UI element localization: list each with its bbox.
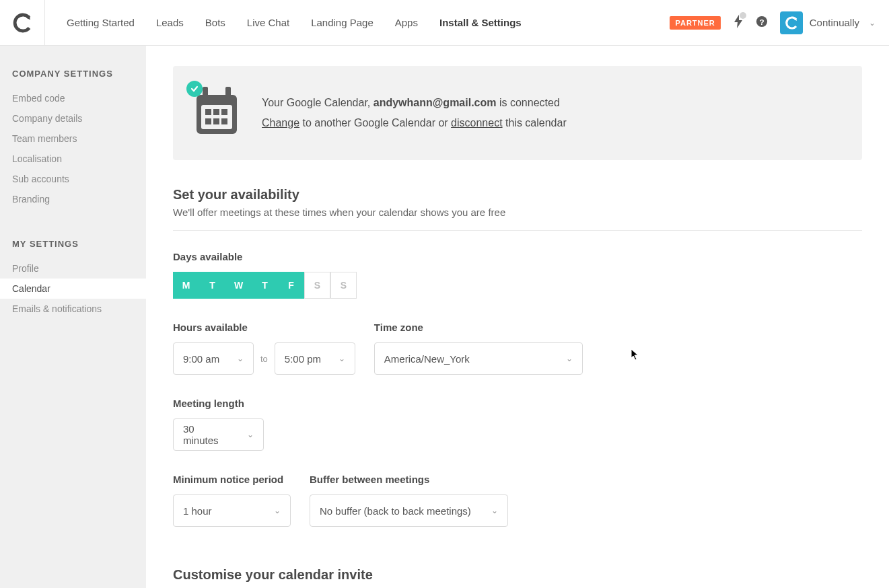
partner-badge: PARTNER <box>670 16 720 30</box>
nav-leads[interactable]: Leads <box>145 0 194 46</box>
notice-period-label: Minimum notice period <box>173 474 291 485</box>
hours-to-value: 5:00 pm <box>285 353 321 365</box>
sidebar-calendar[interactable]: Calendar <box>0 279 146 299</box>
day-sat[interactable]: S <box>304 272 330 299</box>
svg-rect-3 <box>201 105 232 129</box>
nav-getting-started[interactable]: Getting Started <box>56 0 145 46</box>
chevron-down-icon: ⌄ <box>339 354 345 363</box>
availability-subtitle: We'll offer meetings at these times when… <box>173 207 862 218</box>
hours-to-word: to <box>260 354 268 364</box>
sidebar-my-heading: MY SETTINGS <box>0 239 146 258</box>
nav-apps[interactable]: Apps <box>384 0 429 46</box>
sidebar-embed-code[interactable]: Embed code <box>0 88 146 108</box>
day-sun[interactable]: S <box>330 272 357 299</box>
sidebar-sub-accounts[interactable]: Sub accounts <box>0 169 146 189</box>
check-badge-icon <box>186 81 203 97</box>
chevron-down-icon: ⌄ <box>274 506 281 515</box>
connected-calendar-panel: Your Google Calendar, andywhann@gmail.co… <box>173 66 862 160</box>
continually-logo-icon <box>785 16 798 30</box>
chevron-down-icon: ⌄ <box>247 430 254 439</box>
top-nav: Getting Started Leads Bots Live Chat Lan… <box>0 0 889 46</box>
change-calendar-link[interactable]: Change <box>262 117 299 128</box>
sidebar-branding[interactable]: Branding <box>0 189 146 209</box>
buffer-label: Buffer between meetings <box>310 474 508 485</box>
nav-install-settings[interactable]: Install & Settings <box>429 0 532 46</box>
hours-available-label: Hours available <box>173 322 355 333</box>
svg-text:?: ? <box>759 17 764 26</box>
hours-from-value: 9:00 am <box>183 353 219 365</box>
day-fri[interactable]: F <box>278 272 304 299</box>
nav-live-chat[interactable]: Live Chat <box>236 0 300 46</box>
timezone-label: Time zone <box>374 322 583 333</box>
svg-rect-4 <box>205 109 211 115</box>
svg-rect-10 <box>203 87 208 98</box>
disconnect-calendar-link[interactable]: disconnect <box>451 117 503 128</box>
calendar-icon <box>193 85 240 141</box>
svg-rect-9 <box>221 118 227 124</box>
hours-from-select[interactable]: 9:00 am ⌄ <box>173 342 254 375</box>
sidebar: COMPANY SETTINGS Embed code Company deta… <box>0 46 146 588</box>
question-circle-icon: ? <box>756 15 768 28</box>
account-menu[interactable]: Continually ⌄ <box>780 11 876 34</box>
notification-dot <box>740 12 746 19</box>
customise-title: Customise your calendar invite <box>173 567 862 583</box>
connected-email: andywhann@gmail.com <box>374 97 497 108</box>
days-available-label: Days available <box>173 251 862 262</box>
connected-mid: to another Google Calendar or <box>299 117 451 128</box>
days-picker: M T W T F S S <box>173 272 862 299</box>
hours-to-select[interactable]: 5:00 pm ⌄ <box>275 342 355 375</box>
timezone-select[interactable]: America/New_York ⌄ <box>374 342 583 375</box>
sidebar-profile[interactable]: Profile <box>0 258 146 279</box>
connected-tail: this calendar <box>503 117 567 128</box>
connected-suffix: is connected <box>497 97 560 108</box>
availability-title: Set your availability <box>173 187 862 203</box>
continually-logo-icon <box>12 13 32 33</box>
buffer-select[interactable]: No buffer (back to back meetings) ⌄ <box>310 494 508 527</box>
svg-rect-8 <box>213 118 219 124</box>
sidebar-team-members[interactable]: Team members <box>0 128 146 149</box>
divider <box>173 230 862 231</box>
brand-logo[interactable] <box>0 0 45 46</box>
buffer-value: No buffer (back to back meetings) <box>320 505 471 517</box>
main-content: Your Google Calendar, andywhann@gmail.co… <box>146 46 889 588</box>
sidebar-emails-notifications[interactable]: Emails & notifications <box>0 299 146 319</box>
chevron-down-icon: ⌄ <box>237 354 244 363</box>
svg-rect-11 <box>225 87 231 98</box>
timezone-value: America/New_York <box>384 353 470 365</box>
chevron-down-icon: ⌄ <box>869 18 876 28</box>
meeting-length-select[interactable]: 30 minutes ⌄ <box>173 418 264 451</box>
meeting-length-value: 30 minutes <box>183 423 232 446</box>
connected-prefix: Your Google Calendar, <box>262 97 374 108</box>
chevron-down-icon: ⌄ <box>491 506 498 515</box>
sidebar-company-heading: COMPANY SETTINGS <box>0 69 146 88</box>
day-thu[interactable]: T <box>252 272 278 299</box>
notice-period-select[interactable]: 1 hour ⌄ <box>173 494 291 527</box>
chevron-down-icon: ⌄ <box>566 354 573 363</box>
updates-icon[interactable] <box>733 15 744 31</box>
sidebar-company-details[interactable]: Company details <box>0 108 146 128</box>
svg-rect-6 <box>221 109 227 115</box>
sidebar-localisation[interactable]: Localisation <box>0 149 146 169</box>
help-icon[interactable]: ? <box>756 15 768 30</box>
account-name: Continually <box>810 17 859 28</box>
svg-rect-5 <box>213 109 219 115</box>
meeting-length-label: Meeting length <box>173 398 264 409</box>
account-avatar <box>780 11 803 34</box>
notice-period-value: 1 hour <box>183 505 212 517</box>
nav-bots[interactable]: Bots <box>194 0 236 46</box>
nav-landing-page[interactable]: Landing Page <box>300 0 384 46</box>
day-tue[interactable]: T <box>199 272 225 299</box>
svg-rect-7 <box>205 118 211 124</box>
day-mon[interactable]: M <box>173 272 199 299</box>
day-wed[interactable]: W <box>225 272 252 299</box>
